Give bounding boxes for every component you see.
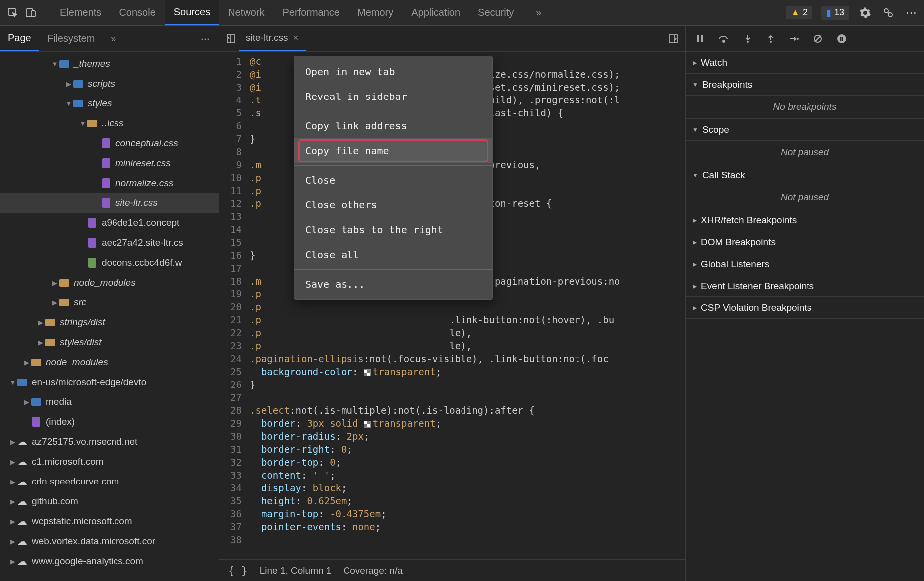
debugger-section-header[interactable]: ▼Scope [686,119,924,141]
top-tab-performance[interactable]: Performance [274,0,349,25]
pause-icon[interactable] [695,34,704,43]
coverage-status: Coverage: n/a [343,565,402,576]
editor-file-tab[interactable]: site-ltr.css × [239,26,306,51]
tree-item[interactable]: ▼en-us/microsoft-edge/devto [0,372,219,392]
top-tab-sources[interactable]: Sources [165,0,219,25]
deactivate-breakpoints-icon[interactable] [813,34,823,44]
chevron-right-icon[interactable]: ▶ [9,518,17,525]
device-toggle-icon[interactable] [24,6,38,20]
chevron-right-icon[interactable]: ▶ [23,398,31,406]
debugger-section-header[interactable]: ▶Event Listener Breakpoints [686,275,924,297]
context-menu-item[interactable]: Reveal in sidebar [294,84,492,109]
settings-icon[interactable] [858,6,872,20]
context-menu-item[interactable]: Copy file name [294,138,492,163]
sidebar-tab-filesystem[interactable]: Filesystem [39,26,103,51]
chevron-right-icon[interactable]: ▶ [37,319,45,326]
chevron-right-icon[interactable]: ▶ [9,438,17,446]
tree-item[interactable]: ▶☁web.vortex.data.microsoft.cor [0,531,219,551]
context-menu-item[interactable]: Close all [294,242,492,267]
top-tab-network[interactable]: Network [219,0,273,25]
chevron-right-icon[interactable]: ▶ [9,538,17,545]
tree-item[interactable]: ▶scripts [0,74,219,94]
chevron-right-icon[interactable]: ▶ [9,558,17,565]
top-tab-console[interactable]: Console [110,0,164,25]
chevron-right-icon: ▶ [693,59,697,66]
tree-item[interactable]: a96de1e1.concept [0,213,219,233]
chevron-right-icon[interactable]: ▶ [9,478,17,485]
step-over-icon[interactable] [718,34,729,43]
tree-item[interactable]: ▼styles [0,94,219,113]
sidebar-tabs-more[interactable]: » [103,26,124,51]
sidebar-tab-page[interactable]: Page [0,26,39,51]
top-tab-elements[interactable]: Elements [51,0,110,25]
tree-item[interactable]: ▼..\css [0,113,219,133]
feedback-icon[interactable] [881,6,895,20]
pause-on-exceptions-icon[interactable] [837,34,847,44]
debugger-section-header[interactable]: ▶DOM Breakpoints [686,231,924,253]
tree-item[interactable]: ▶styles/dist [0,332,219,352]
tree-item[interactable]: site-ltr.css [0,193,219,213]
context-menu-item[interactable]: Close tabs to the right [294,217,492,242]
close-tab-icon[interactable]: × [293,32,298,43]
tree-item[interactable]: ▼_themes [0,54,219,74]
chevron-down-icon[interactable]: ▼ [65,100,73,107]
debugger-section-header[interactable]: ▶XHR/fetch Breakpoints [686,209,924,231]
cloud-icon: ☁ [17,476,28,487]
chevron-down-icon[interactable]: ▼ [51,60,59,68]
chevron-down-icon[interactable]: ▼ [79,120,87,127]
chevron-down-icon[interactable]: ▼ [9,379,17,386]
step-into-icon[interactable] [743,34,752,43]
chevron-right-icon[interactable]: ▶ [51,299,59,306]
more-menu-icon[interactable]: ⋯ [904,6,918,20]
tree-item[interactable]: minireset.css [0,153,219,173]
toggle-debugger-icon[interactable] [665,31,681,47]
context-menu-item[interactable]: Open in new tab [294,59,492,84]
step-icon[interactable] [789,34,799,43]
tree-item[interactable]: ▶strings/dist [0,312,219,332]
top-tabs-more[interactable]: » [527,7,550,18]
top-tab-application[interactable]: Application [402,0,469,25]
tree-item[interactable]: ▶☁wcpstatic.microsoft.com [0,511,219,531]
tree-item[interactable]: ▶node_modules [0,352,219,372]
tree-item[interactable]: ▶node_modules [0,273,219,292]
tree-item[interactable]: ▶☁github.com [0,491,219,511]
chevron-right-icon[interactable]: ▶ [51,279,59,287]
debugger-section-header[interactable]: ▼Call Stack [686,164,924,186]
tree-item[interactable]: ▶☁www.google-analytics.com [0,551,219,571]
sidebar-overflow[interactable]: ⋯ [197,33,214,44]
tree-item-label: www.google-analytics.com [32,556,143,567]
tree-item[interactable]: ▶☁c1.microsoft.com [0,452,219,472]
tree-item[interactable]: conceptual.css [0,133,219,153]
context-menu-item[interactable]: Save as... [294,272,492,296]
tree-item[interactable]: aec27a42.site-ltr.cs [0,233,219,253]
context-menu-item[interactable]: Close others [294,193,492,217]
svg-point-4 [888,13,892,17]
debugger-section-header[interactable]: ▶CSP Violation Breakpoints [686,297,924,319]
warnings-badge[interactable]: ▲2 [786,6,812,19]
context-menu-item[interactable]: Copy link address [294,113,492,138]
inspect-icon[interactable] [6,6,20,20]
top-tab-security[interactable]: Security [469,0,523,25]
messages-badge[interactable]: ▮13 [821,6,849,20]
debugger-section-header[interactable]: ▶Watch [686,52,924,74]
tree-item[interactable]: ▶☁az725175.vo.msecnd.net [0,432,219,452]
chevron-right-icon[interactable]: ▶ [37,339,45,346]
tree-item[interactable]: ▶media [0,392,219,412]
debugger-section-header[interactable]: ▼Breakpoints [686,74,924,96]
top-tab-memory[interactable]: Memory [348,0,402,25]
toggle-navigator-icon[interactable] [223,31,239,47]
context-menu-item[interactable]: Close [294,168,492,193]
debugger-section-header[interactable]: ▶Global Listeners [686,253,924,275]
chevron-right-icon[interactable]: ▶ [23,359,31,366]
step-out-icon[interactable] [766,34,775,43]
tree-item[interactable]: ▶☁cdn.speedcurve.com [0,472,219,491]
chevron-right-icon[interactable]: ▶ [9,458,17,466]
tree-item[interactable]: (index) [0,412,219,432]
tree-item-label: wcpstatic.microsoft.com [32,516,132,527]
tree-item[interactable]: normalize.css [0,173,219,193]
chevron-right-icon[interactable]: ▶ [9,498,17,505]
chevron-right-icon[interactable]: ▶ [65,80,73,88]
tree-item[interactable]: docons.ccbc4d6f.w [0,253,219,273]
tree-item[interactable]: ▶src [0,292,219,312]
pretty-print-icon[interactable]: { } [228,564,248,577]
